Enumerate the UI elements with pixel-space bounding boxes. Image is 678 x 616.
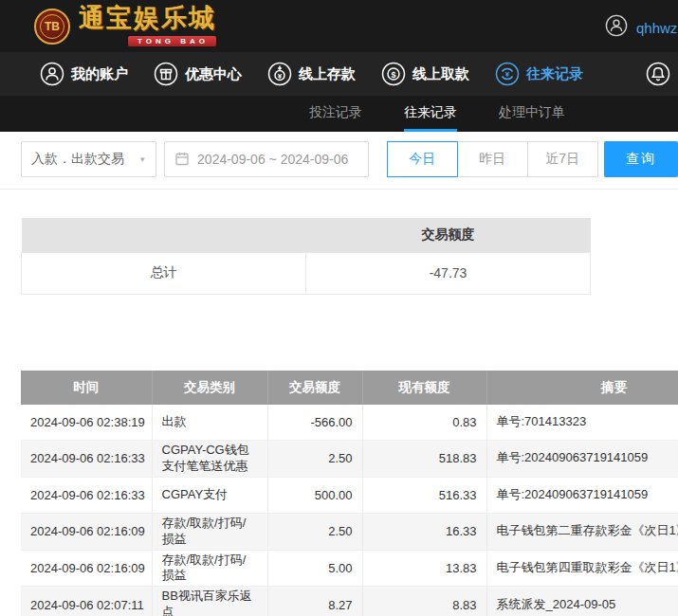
cell-summary: 电子钱包第四重取款彩金《次日1》_0905	[486, 550, 678, 587]
nav-label: 优惠中心	[185, 65, 242, 83]
summary-header-amount: 交易额度	[306, 218, 591, 252]
cell-type: 存款/取款/打码/损益	[152, 550, 267, 587]
cell-time: 2024-09-06 02:16:09	[21, 513, 152, 550]
cell-amount: 2.50	[267, 513, 362, 550]
table-row: 2024-09-06 02:16:33 CGPAY-CG钱包支付笔笔送优惠 2.…	[21, 441, 678, 478]
search-button[interactable]: 查询	[604, 141, 678, 177]
cell-type: CGPAY支付	[152, 477, 267, 513]
cell-amount: 500.00	[267, 477, 362, 513]
tab-processing-orders[interactable]: 处理中订单	[499, 96, 565, 132]
cell-summary: 单号:701413323	[486, 405, 678, 441]
calendar-icon	[174, 151, 190, 169]
transaction-type-value: 入款．出款交易	[31, 151, 124, 168]
main-nav: 我的账户 优惠中心 ¥ 线上存款 $ 线上取款	[0, 52, 678, 96]
cell-time: 2024-09-06 02:16:09	[21, 550, 152, 587]
quick-date-group: 今日 昨日 近7日	[388, 141, 598, 177]
summary-total-value: -47.73	[306, 252, 591, 294]
logo-title: 通宝娱乐城	[79, 5, 216, 30]
cell-summary: 电子钱包第二重存款彩金《次日1》_0905	[486, 513, 678, 550]
records-subnav: 投注记录 往来记录 处理中订单	[0, 96, 678, 132]
cell-balance: 16.33	[362, 513, 486, 550]
nav-label: 线上存款	[299, 65, 356, 83]
logo-text: 通宝娱乐城 TONG BAO	[79, 5, 216, 47]
cell-type: CGPAY-CG钱包支付笔笔送优惠	[152, 441, 267, 478]
cell-amount: -566.00	[267, 405, 362, 441]
site-logo[interactable]: TB 通宝娱乐城 TONG BAO	[34, 5, 216, 47]
table-row: 2024-09-06 02:16:33 CGPAY支付 500.00 516.3…	[21, 477, 678, 513]
col-header-type: 交易类别	[152, 371, 267, 405]
records-table: 时间 交易类别 交易额度 现有额度 摘要 2024-09-06 02:38:19…	[21, 371, 678, 616]
svg-text:¥: ¥	[278, 72, 283, 81]
nav-label: 线上取款	[412, 65, 469, 83]
records-icon: ¥	[495, 62, 520, 86]
tab-transaction-records[interactable]: 往来记录	[404, 96, 457, 132]
records-section: 时间 交易类别 交易额度 现有额度 摘要 2024-09-06 02:38:19…	[21, 371, 678, 616]
summary-header-empty	[22, 218, 306, 252]
last-7-days-button[interactable]: 近7日	[527, 141, 598, 177]
logo-coin-icon: TB	[34, 9, 70, 45]
col-header-balance: 现有额度	[362, 371, 486, 405]
nav-item-promotions[interactable]: 优惠中心	[154, 62, 242, 86]
nav-item-my-account[interactable]: 我的账户	[40, 62, 128, 86]
cell-balance: 8.83	[362, 587, 486, 616]
nav-item-transaction-records[interactable]: ¥ 往来记录	[495, 62, 583, 86]
user-avatar-icon	[605, 14, 628, 41]
col-header-summary: 摘要	[486, 371, 678, 405]
cell-balance: 13.83	[362, 550, 486, 587]
table-row: 2024-09-06 02:16:09 存款/取款/打码/损益 5.00 13.…	[21, 550, 678, 587]
cell-type: 出款	[152, 405, 267, 441]
chevron-down-icon: ▼	[138, 155, 146, 164]
table-row: 2024-09-06 02:07:11 BB视讯百家乐返点 8.27 8.83 …	[21, 587, 678, 616]
topbar: TB 通宝娱乐城 TONG BAO qhhwz	[0, 0, 678, 52]
transaction-type-select[interactable]: 入款．出款交易 ▼	[21, 141, 156, 177]
bell-icon	[646, 62, 670, 86]
cell-time: 2024-09-06 02:38:19	[21, 405, 152, 441]
summary-section: 交易额度 总计 -47.73	[21, 218, 678, 295]
nav-label: 往来记录	[526, 65, 583, 83]
cell-summary: 单号:202409063719141059	[486, 477, 678, 513]
summary-table: 交易额度 总计 -47.73	[21, 218, 591, 295]
cell-time: 2024-09-06 02:07:11	[21, 587, 152, 616]
cell-type: BB视讯百家乐返点	[152, 587, 267, 616]
nav-item-withdraw[interactable]: $ 线上取款	[381, 62, 469, 86]
cell-summary: 系统派发_2024-09-05	[486, 587, 678, 616]
promotion-icon	[154, 62, 178, 86]
deposit-icon: ¥	[267, 62, 292, 86]
logo-coin-text: TB	[40, 14, 64, 39]
summary-total-label: 总计	[22, 252, 306, 294]
nav-item-messages[interactable]	[646, 62, 670, 86]
cell-time: 2024-09-06 02:16:33	[21, 477, 152, 513]
records-header-row: 时间 交易类别 交易额度 现有额度 摘要	[21, 371, 678, 405]
date-range-value: 2024-09-06 ~ 2024-09-06	[197, 152, 348, 167]
summary-total-row: 总计 -47.73	[22, 252, 591, 294]
filter-bar: 入款．出款交易 ▼ 2024-09-06 ~ 2024-09-06 今日 昨日 …	[0, 132, 678, 190]
cell-amount: 2.50	[267, 441, 362, 478]
date-range-input[interactable]: 2024-09-06 ~ 2024-09-06	[164, 141, 369, 177]
nav-item-deposit[interactable]: ¥ 线上存款	[267, 62, 356, 86]
today-button[interactable]: 今日	[387, 141, 458, 177]
withdraw-icon: $	[381, 62, 406, 86]
cell-summary: 单号:202409063719141059	[486, 441, 678, 478]
cell-time: 2024-09-06 02:16:33	[21, 441, 152, 478]
nav-label: 我的账户	[71, 65, 128, 83]
user-account[interactable]: qhhwz	[605, 14, 678, 41]
cell-balance: 518.83	[362, 441, 486, 478]
table-row: 2024-09-06 02:16:09 存款/取款/打码/损益 2.50 16.…	[21, 513, 678, 550]
svg-text:¥: ¥	[505, 70, 510, 79]
yesterday-button[interactable]: 昨日	[457, 141, 528, 177]
svg-text:$: $	[391, 70, 395, 80]
username: qhhwz	[636, 20, 677, 36]
account-icon	[40, 62, 64, 86]
col-header-time: 时间	[21, 371, 152, 405]
cell-balance: 516.33	[362, 477, 486, 513]
cell-amount: 5.00	[267, 550, 362, 587]
table-row: 2024-09-06 02:38:19 出款 -566.00 0.83 单号:7…	[21, 405, 678, 441]
tab-betting-records[interactable]: 投注记录	[309, 96, 362, 132]
cell-balance: 0.83	[362, 405, 486, 441]
cell-type: 存款/取款/打码/损益	[152, 513, 267, 550]
cell-amount: 8.27	[267, 587, 362, 616]
col-header-amount: 交易额度	[267, 371, 362, 405]
logo-subtitle: TONG BAO	[128, 36, 216, 46]
